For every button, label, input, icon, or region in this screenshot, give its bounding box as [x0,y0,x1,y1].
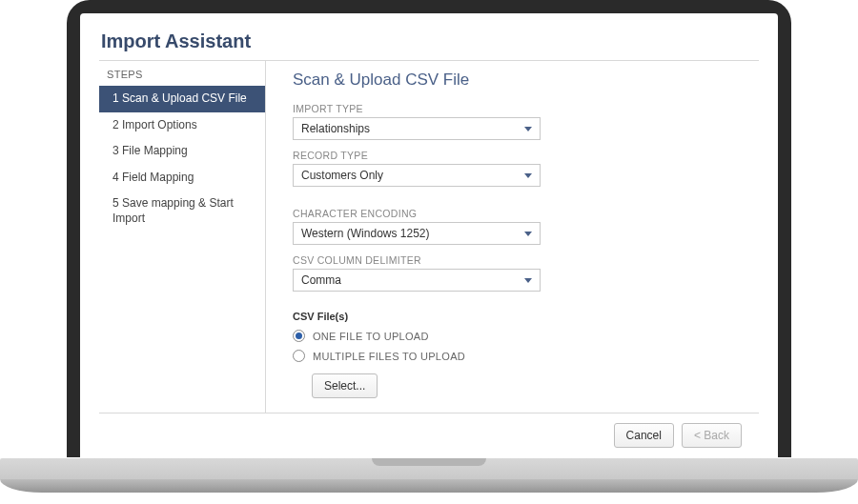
step-label: 5 Save mapping & Start Import [112,196,234,225]
radio-one-file[interactable]: ONE FILE TO UPLOAD [293,330,742,342]
record-type-select[interactable]: Customers Only [293,164,541,187]
char-encoding-select[interactable]: Western (Windows 1252) [293,222,541,245]
char-encoding-value: Western (Windows 1252) [301,227,430,240]
step-label: 1 Scan & Upload CSV File [112,91,247,105]
radio-icon [293,330,305,342]
chevron-down-icon [524,173,532,178]
import-type-value: Relationships [301,122,370,135]
laptop-base [0,458,858,493]
steps-sidebar: STEPS 1 Scan & Upload CSV File 2 Import … [99,61,266,413]
step-label: 3 File Mapping [112,144,188,157]
sidebar-heading: STEPS [99,67,265,86]
step-label: 2 Import Options [112,118,197,131]
step-1-scan-upload[interactable]: 1 Scan & Upload CSV File [99,86,265,112]
radio-multiple-files[interactable]: MULTIPLE FILES TO UPLOAD [293,350,742,362]
csv-files-label: CSV File(s) [293,311,742,322]
trackpad-notch [372,458,486,466]
char-encoding-label: CHARACTER ENCODING [293,208,742,219]
step-2-import-options[interactable]: 2 Import Options [99,112,265,139]
footer: Cancel < Back [99,413,759,457]
delimiter-label: CSV COLUMN DELIMITER [293,254,742,266]
import-type-label: IMPORT TYPE [293,103,742,114]
step-3-file-mapping[interactable]: 3 File Mapping [99,138,265,165]
chevron-down-icon [524,278,532,283]
record-type-value: Customers Only [301,169,383,182]
chevron-down-icon [524,127,532,131]
laptop-frame: Import Assistant STEPS 1 Scan & Upload C… [67,0,791,457]
delimiter-select[interactable]: Comma [293,269,541,292]
select-file-button[interactable]: Select... [312,373,378,398]
radio-one-label: ONE FILE TO UPLOAD [313,331,429,342]
record-type-label: RECORD TYPE [293,150,742,161]
import-type-select[interactable]: Relationships [293,117,541,140]
radio-multi-label: MULTIPLE FILES TO UPLOAD [313,351,465,362]
screen: Import Assistant STEPS 1 Scan & Upload C… [80,13,778,457]
back-button[interactable]: < Back [682,423,742,448]
page-title: Scan & Upload CSV File [293,71,742,90]
chevron-down-icon [524,232,532,236]
step-label: 4 Field Mapping [112,171,194,184]
cancel-button[interactable]: Cancel [614,423,674,448]
page-header: Import Assistant [99,30,759,52]
delimiter-value: Comma [301,273,341,287]
main-panel: Scan & Upload CSV File IMPORT TYPE Relat… [266,61,759,413]
step-5-save-start[interactable]: 5 Save mapping & Start Import [99,191,265,232]
step-4-field-mapping[interactable]: 4 Field Mapping [99,165,265,192]
radio-icon [293,350,305,362]
